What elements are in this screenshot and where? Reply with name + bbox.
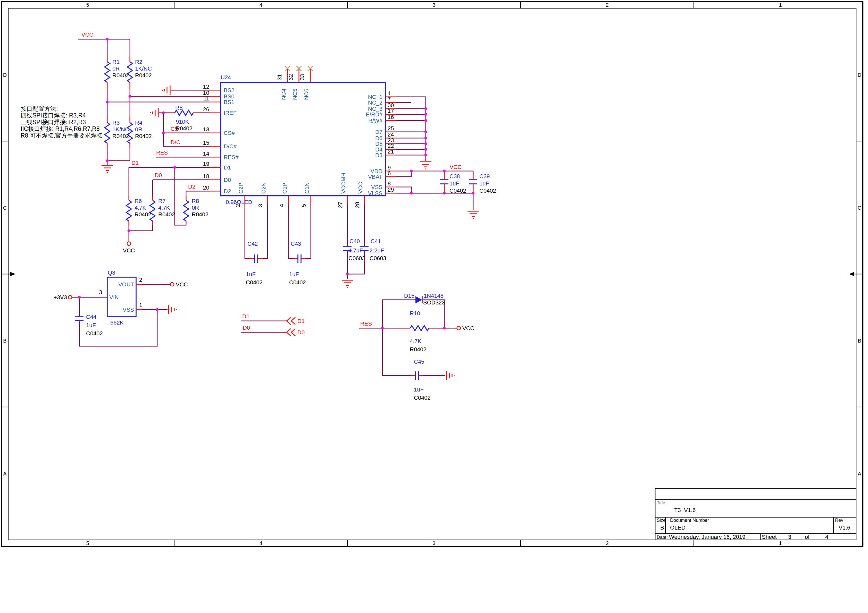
pin-number: 14 <box>203 150 209 157</box>
c44-ref: C44 <box>86 314 96 320</box>
port-label-3v3: +3V3 <box>54 294 67 300</box>
c43-ref: C43 <box>291 241 301 247</box>
net-label-d2: D2 <box>188 183 195 190</box>
rev-value: V1.6 <box>839 525 850 531</box>
c39-footprint: C0402 <box>479 187 496 194</box>
zone-label: 4 <box>259 2 262 8</box>
pin-name: C2P <box>238 183 244 193</box>
pin-name: D2 <box>224 188 231 195</box>
pin-number: 13 <box>203 126 209 133</box>
pin-name: VCC <box>357 181 364 193</box>
capacitor-c38: C38 1uF C0402 <box>440 171 466 194</box>
pin-number: 26 <box>203 106 209 113</box>
c39-ref: C39 <box>479 173 490 180</box>
docnum-value: OLED <box>670 525 685 531</box>
r8-value: 0R <box>192 204 199 211</box>
sheet-total: 4 <box>825 534 828 540</box>
pin-name: D0 <box>224 177 231 183</box>
sheet-label: Sheet <box>762 534 777 540</box>
zone-labels-top: 5 4 3 2 1 <box>86 2 782 8</box>
r2-ref: R2 <box>135 59 142 65</box>
zone-label: B <box>858 338 861 344</box>
net-label-d1: D1 <box>132 160 139 166</box>
c44-footprint: C0402 <box>86 330 103 337</box>
net-label-d1: D1 <box>242 313 250 320</box>
r5-ref: R5 <box>175 105 183 111</box>
c40-ref: C40 <box>349 238 360 245</box>
pin-number: 18 <box>203 173 209 180</box>
zone-label: 4 <box>259 540 262 546</box>
pin-name: CS# <box>224 130 235 136</box>
diode-symbol <box>415 296 422 303</box>
vcc-port-circle <box>127 242 131 245</box>
pin-name: VBAT <box>368 173 383 180</box>
net-label-res: RES <box>360 320 372 327</box>
charge-pump-caps: C42 1uF C0402 C43 1uF C0402 C40 4.7uF C0… <box>245 205 386 288</box>
pin-number: 16 <box>388 114 394 120</box>
c38-footprint: C0402 <box>450 187 466 194</box>
zone-label: C <box>858 205 861 211</box>
pin-number: 11 <box>203 95 209 102</box>
ground-symbol-sideways <box>446 371 454 380</box>
c38-ref: C38 <box>450 173 460 180</box>
c41-footprint: C0603 <box>370 255 386 262</box>
ground-symbol-sideways <box>169 305 176 314</box>
c41-ref: C41 <box>370 238 381 245</box>
c41-value: 2.2uF <box>370 247 384 254</box>
note-line: IIC接口焊接: R1,R4,R6,R7,R8 <box>21 125 100 132</box>
d15-ref: D15 <box>404 293 414 299</box>
r4-ref: R4 <box>135 119 142 126</box>
chip-right-wiring: VCC C38 1uF C0402 C39 1uF C0402 <box>396 97 496 218</box>
r3-ref: R3 <box>112 119 119 126</box>
r3-value: 1K/NC <box>112 126 129 133</box>
c45-value: 1uF <box>414 386 424 393</box>
net-label-d0: D0 <box>243 325 250 331</box>
pin-name: BS2 <box>224 87 234 93</box>
ground-symbol <box>420 162 431 169</box>
pin-number: 6 <box>388 170 391 176</box>
pin-name: VSS <box>371 184 383 190</box>
interface-config-notes: 接口配置方法: 四线SPI接口焊接: R3,R4 三线SPI接口焊接: R2,R… <box>21 105 102 139</box>
c45-ref: C45 <box>414 359 424 365</box>
pin-name: D1 <box>224 164 231 171</box>
r7-ref: R7 <box>158 198 166 204</box>
capacitor-c39: C39 1uF C0402 <box>469 171 496 194</box>
zone-label: B <box>3 338 6 344</box>
reset-network: RES D15 1N4148 SOD323 VCC R10 4.7K R0402… <box>359 293 474 401</box>
c42-footprint: C0402 <box>246 279 263 286</box>
zone-label: 1 <box>779 540 782 546</box>
net-label-dc: D/C <box>170 139 180 146</box>
pin-number: 3 <box>257 204 264 207</box>
pin-number: 15 <box>203 139 209 146</box>
pin-number: 7 <box>388 96 391 102</box>
pin-name: D7 <box>375 129 383 135</box>
zone-label: A <box>3 471 7 477</box>
pin-number: 31 <box>276 74 283 80</box>
zone-label: 2 <box>606 540 609 546</box>
pin-number: 4 <box>278 204 285 207</box>
q3-ref: Q3 <box>108 269 115 276</box>
pin-name: VOUT <box>118 281 134 288</box>
pin-name: NC4 <box>281 88 287 100</box>
zone-label: 3 <box>432 2 435 8</box>
schematic-sheet: 5 4 3 2 1 5 4 3 2 1 D C B A D C B A <box>0 0 868 613</box>
bottom-pins: C2P C2N C1P C1N VCOMH VCC 2 3 4 5 27 28 <box>234 173 364 208</box>
title-label: Title <box>657 500 665 505</box>
note-line: 接口配置方法: <box>21 105 58 112</box>
pin-name: RES# <box>224 154 239 161</box>
zone-labels-bottom: 5 4 3 2 1 <box>86 540 782 546</box>
r4-footprint: R0402 <box>135 133 152 139</box>
pin-name: VIN <box>109 294 119 300</box>
pin-number: 1 <box>139 302 142 308</box>
note-line: R8 可不焊接,官方手册要求焊接 <box>21 132 102 139</box>
regulator-q3: Q3 662K VOUT VIN VSS 2 3 1 VCC +3V3 C44 … <box>54 269 188 346</box>
pin-number: 25 <box>388 125 394 132</box>
r1-footprint: R0402 <box>112 72 129 79</box>
c43-footprint: C0402 <box>289 279 306 286</box>
size-label: Size <box>657 518 666 523</box>
c45-footprint: C0402 <box>414 395 431 401</box>
note-line: 四线SPI接口焊接: R3,R4 <box>21 112 86 119</box>
r10-ref: R10 <box>410 310 420 317</box>
pin-number: 29 <box>388 186 394 193</box>
net-label-res: RES <box>156 149 168 156</box>
